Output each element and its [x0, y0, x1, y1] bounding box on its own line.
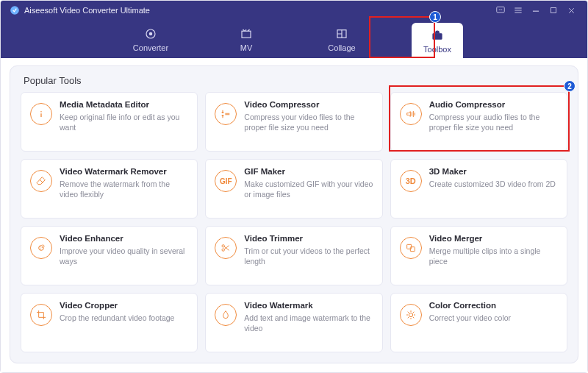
tool-media-metadata-editor[interactable]: Media Metadata Editor Keep original file…	[21, 92, 198, 152]
tool-video-cropper[interactable]: Video Cropper Crop the redundant video f…	[21, 293, 198, 352]
tool-desc: Improve your video quality in several wa…	[60, 246, 190, 266]
3d-icon: 3D	[400, 170, 422, 192]
nav-tabs: Converter MV Collage Toolbox	[1, 21, 587, 58]
enhance-icon	[30, 237, 52, 259]
svg-point-19	[409, 313, 412, 316]
menu-icon[interactable]	[509, 5, 527, 15]
tool-title: Video Trimmer	[244, 234, 374, 243]
crop-icon	[30, 304, 52, 326]
info-icon	[30, 103, 52, 125]
svg-point-11	[39, 246, 44, 251]
tool-desc: Create customized 3D video from 2D	[429, 179, 559, 189]
gif-icon: GIF	[215, 170, 237, 192]
tools-grid: Media Metadata Editor Keep original file…	[21, 92, 567, 352]
tab-label: Collage	[328, 43, 355, 52]
toolbox-icon	[430, 29, 445, 42]
annotation-badge-1: 1	[429, 11, 441, 23]
audio-compress-icon	[400, 103, 422, 125]
tool-desc: Trim or cut your videos to the perfect l…	[244, 246, 374, 266]
svg-point-7	[149, 32, 153, 36]
tool-desc: Keep original file info or edit as you w…	[60, 112, 190, 132]
tool-color-correction[interactable]: Color Correction Correct your video colo…	[390, 293, 567, 352]
tool-video-watermark-remover[interactable]: Video Watermark Remover Remove the water…	[21, 159, 198, 219]
svg-rect-10	[433, 34, 442, 40]
tool-title: 3D Maker	[429, 167, 559, 176]
titlebar: Aiseesoft Video Converter Ultimate	[1, 1, 587, 15]
tool-title: Video Compressor	[244, 100, 374, 109]
tool-title: Media Metadata Editor	[60, 100, 190, 109]
tool-video-compressor[interactable]: Video Compressor Compress your video fil…	[205, 92, 382, 152]
svg-point-4	[501, 10, 502, 10]
maximize-icon[interactable]	[545, 6, 562, 15]
tool-title: Video Cropper	[60, 301, 190, 310]
tool-title: Video Merger	[429, 234, 559, 243]
tab-toolbox[interactable]: Toolbox	[412, 23, 463, 58]
popular-tools-panel: Popular Tools Media Metadata Editor Keep…	[10, 65, 578, 363]
tool-title: Color Correction	[429, 301, 559, 310]
minimize-icon[interactable]	[527, 5, 545, 15]
tool-3d-maker[interactable]: 3D 3D Maker Create customized 3D video f…	[390, 159, 567, 219]
mv-icon	[239, 27, 254, 40]
tool-desc: Remove the watermark from the video flex…	[60, 179, 190, 199]
tool-video-trimmer[interactable]: Video Trimmer Trim or cut your videos to…	[205, 226, 382, 285]
app-logo-icon	[10, 5, 20, 15]
annotation-badge-2: 2	[564, 80, 576, 92]
svg-point-12	[40, 246, 40, 247]
watermark-icon	[215, 304, 237, 326]
tool-video-watermark[interactable]: Video Watermark Add text and image water…	[205, 293, 382, 352]
tool-desc: Crop the redundant video footage	[60, 313, 190, 323]
trim-icon	[215, 237, 237, 259]
header: Aiseesoft Video Converter Ultimate Conve…	[1, 1, 587, 58]
tool-video-enhancer[interactable]: Video Enhancer Improve your video qualit…	[21, 226, 198, 285]
tab-label: Converter	[133, 43, 168, 52]
close-icon[interactable]	[562, 6, 580, 15]
tab-label: MV	[240, 43, 253, 52]
tool-desc: Merge multiple clips into a single piece	[429, 246, 559, 266]
tool-audio-compressor[interactable]: Audio Compressor Compress your audio fil…	[390, 92, 567, 152]
tool-video-merger[interactable]: Video Merger Merge multiple clips into a…	[390, 226, 567, 285]
tab-converter[interactable]: Converter	[125, 27, 176, 58]
tool-desc: Compress your video files to the proper …	[244, 112, 374, 132]
svg-point-2	[499, 10, 500, 10]
chat-icon[interactable]	[492, 5, 509, 15]
tab-label: Toolbox	[423, 45, 451, 54]
app-title: Aiseesoft Video Converter Ultimate	[24, 6, 150, 15]
tool-desc: Correct your video color	[429, 313, 559, 323]
compress-icon	[215, 103, 237, 125]
svg-point-3	[500, 10, 501, 10]
tool-desc: Add text and image watermark to the vide…	[244, 313, 374, 333]
converter-icon	[143, 27, 158, 40]
tool-desc: Compress your audio files to the proper …	[429, 112, 559, 132]
tab-mv[interactable]: MV	[220, 27, 272, 58]
tab-collage[interactable]: Collage	[316, 27, 368, 58]
erase-icon	[30, 170, 52, 192]
tool-title: Video Watermark	[244, 301, 374, 310]
tool-desc: Make customized GIF with your video or i…	[244, 179, 374, 199]
color-icon	[400, 304, 422, 326]
tool-title: Video Enhancer	[60, 234, 190, 243]
app-window: Aiseesoft Video Converter Ultimate Conve…	[0, 0, 588, 373]
svg-point-13	[42, 247, 43, 248]
svg-point-14	[40, 249, 41, 249]
tool-gif-maker[interactable]: GIF GIF Maker Make customized GIF with y…	[205, 159, 382, 219]
svg-rect-5	[551, 8, 556, 13]
tool-title: GIF Maker	[244, 167, 374, 176]
panel-title: Popular Tools	[24, 75, 567, 86]
tool-title: Audio Compressor	[429, 100, 559, 109]
tool-title: Video Watermark Remover	[60, 167, 190, 176]
collage-icon	[334, 27, 349, 40]
merge-icon	[400, 237, 422, 259]
content-area: Popular Tools Media Metadata Editor Keep…	[1, 58, 587, 372]
svg-rect-8	[242, 31, 251, 38]
